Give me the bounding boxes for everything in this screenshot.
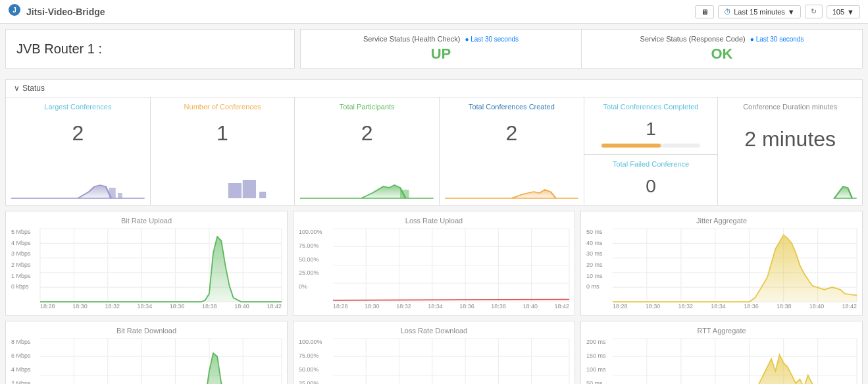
y-label: 100.00% xyxy=(299,339,330,345)
chevron-icon: ∨ xyxy=(14,84,20,93)
stat-title-number[interactable]: Number of Conferences xyxy=(184,103,261,111)
response-code-label: Service Status (Response Code) ● Last 30… xyxy=(592,35,852,43)
y-label: 30 ms xyxy=(586,250,610,257)
x-label: 18:42 xyxy=(554,303,569,310)
x-label: 18:36 xyxy=(170,303,185,310)
dot-icon-2: ● xyxy=(750,36,754,43)
status-label: Status xyxy=(22,84,45,93)
count-button[interactable]: 105 ▼ xyxy=(827,5,860,18)
chart-loss-rate-upload: Loss Rate Upload 100.00% 75.00% 50.00% 2… xyxy=(293,211,575,315)
response-code-value: OK xyxy=(592,45,852,63)
stat-value-duration: 2 minutes xyxy=(744,127,836,151)
stat-title-largest[interactable]: Largest Conferences xyxy=(44,103,111,111)
charts-row-2: Bit Rate Download 8 Mbps 6 Mbps 4 Mbps 2… xyxy=(5,321,863,384)
health-check-label: Service Status (Health Check) ● Last 30 … xyxy=(311,35,571,43)
stat-card-largest: Largest Conferences 2 xyxy=(6,97,151,205)
x-label: 18:40 xyxy=(523,303,538,310)
stat-card-participants: Total Participants 2 xyxy=(295,97,440,205)
stat-chart-number xyxy=(156,173,290,200)
x-label: 18:40 xyxy=(234,303,249,310)
stat-chart-participants xyxy=(300,173,434,200)
router-header: JVB Router 1 : xyxy=(5,29,295,69)
service-status-bar: Service Status (Health Check) ● Last 30 … xyxy=(300,29,863,69)
monitor-button[interactable]: 🖥 xyxy=(695,5,714,18)
svg-text:J: J xyxy=(13,7,16,14)
y-label: 0% xyxy=(299,283,330,290)
x-label: 18:42 xyxy=(842,303,857,310)
y-label: 40 ms xyxy=(586,240,610,246)
chart-bit-rate-download: Bit Rate Download 8 Mbps 6 Mbps 4 Mbps 2… xyxy=(5,321,288,384)
y-label: 5 Mbps xyxy=(11,229,38,235)
svg-marker-11 xyxy=(834,186,857,198)
main-content: JVB Router 1 : Service Status (Health Ch… xyxy=(0,24,868,384)
x-label: 18:32 xyxy=(396,303,411,310)
stat-card-duration: Conference Duration minutes 2 minutes xyxy=(718,97,862,205)
svg-rect-5 xyxy=(228,183,241,198)
charts-section: Bit Rate Upload 5 Mbps 4 Mbps 3 Mbps 2 M… xyxy=(5,211,863,384)
refresh-button[interactable]: ↻ xyxy=(805,5,823,18)
svg-marker-10 xyxy=(445,190,578,198)
header-right: 🖥 ⏱ Last 15 minutes ▼ ↻ 105 ▼ xyxy=(695,5,860,18)
stat-title-failed[interactable]: Total Failed Conference xyxy=(613,160,689,168)
stat-title-duration[interactable]: Conference Duration minutes xyxy=(743,103,837,111)
svg-marker-65 xyxy=(40,354,282,384)
chevron-down-icon-2: ▼ xyxy=(847,8,854,16)
stat-value-number: 1 xyxy=(217,121,228,146)
x-label: 18:40 xyxy=(809,303,825,310)
svg-rect-9 xyxy=(400,190,409,198)
y-label: 3 Mbps xyxy=(11,250,38,257)
status-header[interactable]: ∨ Status xyxy=(5,79,863,97)
service-response-code: Service Status (Response Code) ● Last 30… xyxy=(582,30,862,68)
svg-rect-6 xyxy=(242,180,255,198)
x-label: 18:30 xyxy=(72,303,88,310)
x-label: 18:34 xyxy=(428,303,443,310)
svg-rect-4 xyxy=(118,193,122,198)
chart-loss-rate-download: Loss Rate Download 100.00% 75.00% 50.00%… xyxy=(293,321,575,384)
svg-rect-7 xyxy=(259,192,266,198)
stat-card-created: Total Conferences Created 2 xyxy=(440,97,584,205)
x-label: 18:28 xyxy=(613,303,628,310)
y-label: 75.00% xyxy=(299,242,330,249)
x-label: 18:34 xyxy=(138,303,153,310)
x-label: 18:34 xyxy=(711,303,726,310)
header: J Jitsi-Video-Bridge 🖥 ⏱ Last 15 minutes… xyxy=(0,0,868,24)
y-label: 4 Mbps xyxy=(11,366,38,373)
chart-title-loss-upload: Loss Rate Upload xyxy=(299,217,569,225)
x-axis-labels-loss: 18:28 18:30 18:32 18:34 18:36 18:38 18:4… xyxy=(333,303,569,310)
chart-title-bit-download: Bit Rate Download xyxy=(11,327,282,335)
chart-title-jitter: Jitter Aggregate xyxy=(586,217,857,225)
x-label: 18:38 xyxy=(777,303,792,310)
y-label: 50 ms xyxy=(586,229,610,235)
svg-marker-52 xyxy=(613,235,857,302)
stat-value-created: 2 xyxy=(505,121,517,146)
stat-value-largest: 2 xyxy=(72,121,84,146)
y-label: 1 Mbps xyxy=(11,273,38,279)
stat-chart-created xyxy=(445,173,578,200)
y-label: 50 ms xyxy=(586,380,610,384)
dot-icon: ● xyxy=(465,36,469,43)
y-label: 100 ms xyxy=(586,366,610,373)
x-label: 18:32 xyxy=(105,303,120,310)
stat-title-created[interactable]: Total Conferences Created xyxy=(469,103,555,111)
chevron-down-icon: ▼ xyxy=(788,8,795,16)
app-title: Jitsi-Video-Bridge xyxy=(26,7,105,17)
x-label: 18:36 xyxy=(744,303,759,310)
stat-value-participants: 2 xyxy=(361,121,373,146)
time-range-label: Last 15 minutes xyxy=(734,8,785,16)
router-title: JVB Router 1 : xyxy=(16,41,102,57)
stat-title-participants[interactable]: Total Participants xyxy=(340,103,395,111)
y-label: 50.00% xyxy=(299,366,330,373)
stat-title-completed[interactable]: Total Conferences Completed xyxy=(603,103,699,111)
y-label: 6 Mbps xyxy=(11,352,38,359)
svg-marker-8 xyxy=(300,185,434,198)
header-left: J Jitsi-Video-Bridge xyxy=(8,3,105,20)
y-label: 2 Mbps xyxy=(11,261,38,268)
y-label: 0 kbps xyxy=(11,283,38,290)
completed-progress-bar xyxy=(601,144,700,148)
y-label: 20 ms xyxy=(586,261,610,268)
svg-marker-90 xyxy=(613,355,857,384)
x-label: 18:30 xyxy=(646,303,661,310)
health-check-value: UP xyxy=(311,45,571,63)
stat-card-completed-top: Total Conferences Completed 1 xyxy=(584,97,718,155)
time-range-button[interactable]: ⏱ Last 15 minutes ▼ xyxy=(718,5,801,18)
